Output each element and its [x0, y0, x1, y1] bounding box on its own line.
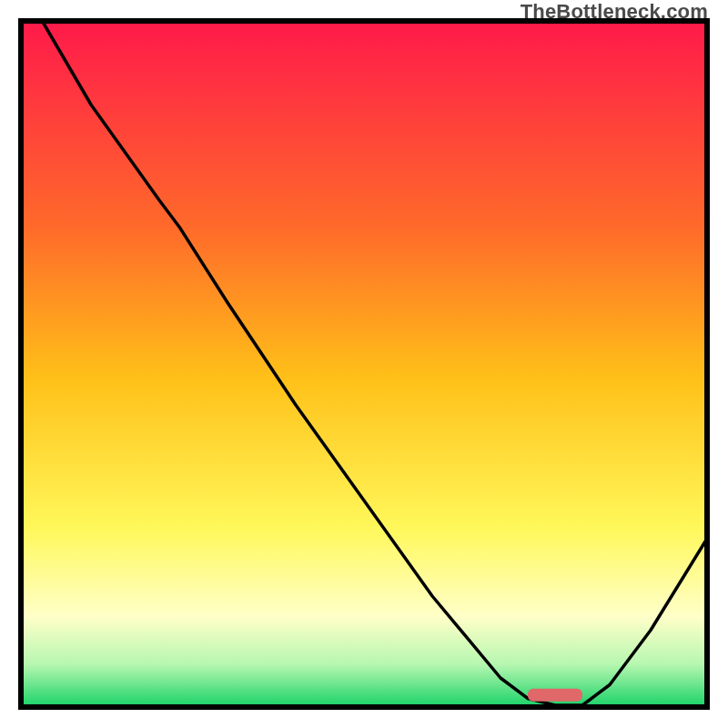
gradient-background — [23, 23, 705, 705]
optimal-marker — [528, 689, 582, 702]
bottleneck-chart — [18, 18, 710, 710]
chart-frame — [18, 18, 710, 710]
